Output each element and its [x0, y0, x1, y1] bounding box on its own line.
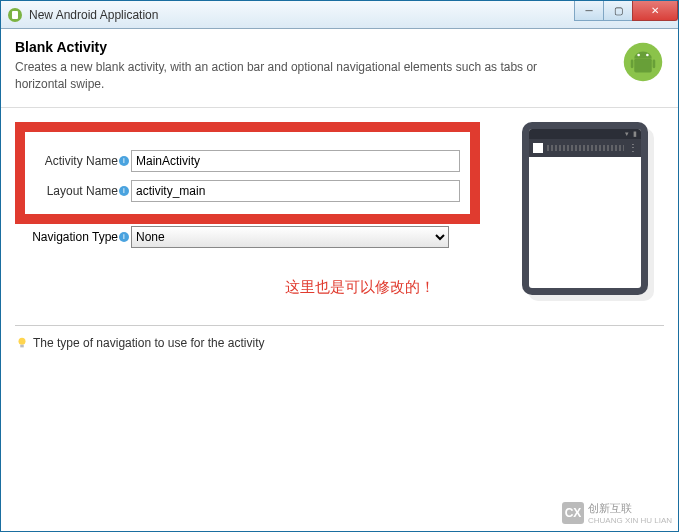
svg-rect-9	[20, 344, 24, 347]
navigation-type-select[interactable]: None	[131, 226, 449, 248]
info-icon: i	[119, 232, 129, 242]
watermark-brand: 创新互联	[588, 502, 632, 514]
maximize-button[interactable]: ▢	[603, 1, 633, 21]
svg-rect-6	[631, 59, 634, 68]
dialog-description: Creates a new blank activity, with an ac…	[15, 59, 575, 93]
activity-name-label: Activity Namei	[35, 154, 131, 168]
window-titlebar: New Android Application ─ ▢ ✕	[1, 1, 678, 29]
highlight-box: Activity Namei Layout Namei	[15, 122, 480, 224]
phone-app-icon	[533, 143, 543, 153]
annotation-text: 这里也是可以修改的！	[285, 278, 480, 297]
hint-area: The type of navigation to use for the ac…	[1, 326, 678, 360]
lightbulb-icon	[15, 336, 29, 350]
dialog-title: Blank Activity	[15, 39, 614, 55]
navigation-type-label: Navigation Typei	[25, 230, 131, 244]
hint-text: The type of navigation to use for the ac…	[33, 336, 264, 350]
svg-point-5	[646, 54, 649, 57]
watermark-sub: CHUANG XIN HU LIAN	[588, 516, 672, 525]
phone-preview: ▾ ▮ ⋮	[522, 122, 648, 295]
app-icon	[7, 7, 23, 23]
dialog-header: Blank Activity Creates a new blank activ…	[1, 29, 678, 108]
phone-overflow-icon: ⋮	[628, 142, 637, 153]
svg-rect-7	[653, 59, 656, 68]
form-area: Activity Namei Layout Namei Navigation T…	[15, 122, 480, 297]
svg-rect-3	[634, 59, 652, 73]
svg-point-8	[19, 337, 26, 344]
svg-rect-1	[12, 11, 18, 19]
watermark: CX 创新互联 CHUANG XIN HU LIAN	[562, 501, 672, 525]
layout-name-label: Layout Namei	[35, 184, 131, 198]
activity-name-input[interactable]	[131, 150, 460, 172]
svg-point-4	[637, 54, 640, 57]
watermark-logo: CX	[562, 502, 584, 524]
phone-status-icons: ▾ ▮	[625, 129, 641, 139]
phone-title-placeholder	[547, 145, 624, 151]
layout-name-input[interactable]	[131, 180, 460, 202]
minimize-button[interactable]: ─	[574, 1, 604, 21]
info-icon: i	[119, 186, 129, 196]
info-icon: i	[119, 156, 129, 166]
window-title: New Android Application	[29, 8, 158, 22]
close-button[interactable]: ✕	[632, 1, 678, 21]
android-icon	[622, 41, 664, 83]
